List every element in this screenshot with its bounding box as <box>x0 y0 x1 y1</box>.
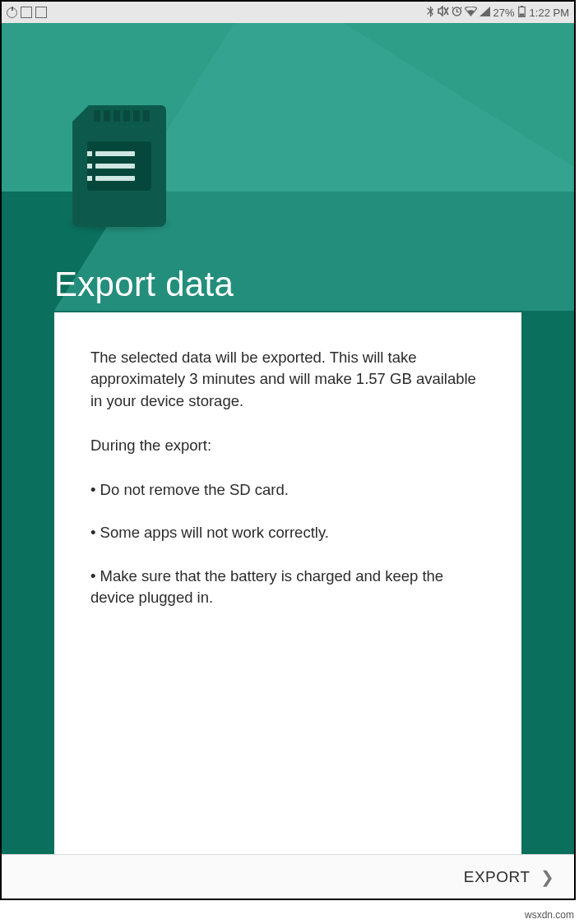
page-title: Export data <box>54 265 234 304</box>
bullet-2: • Some apps will not work correctly. <box>90 522 485 543</box>
status-bar: 27% 1:22 PM <box>2 2 574 23</box>
svg-rect-2 <box>521 6 523 7</box>
battery-icon <box>518 6 526 20</box>
wifi-icon <box>465 7 477 19</box>
intro-text: The selected data will be exported. This… <box>90 347 485 412</box>
sync-icon <box>7 7 17 18</box>
during-heading: During the export: <box>90 435 485 456</box>
watermark: wsxdn.com <box>525 909 574 921</box>
chevron-right-icon: ❯ <box>540 867 555 887</box>
clock: 1:22 PM <box>530 7 569 19</box>
bluetooth-icon <box>426 6 435 20</box>
nfc-icon <box>21 7 32 18</box>
alarm-icon <box>452 6 462 19</box>
export-button[interactable]: EXPORT ❯ <box>464 867 554 887</box>
svg-rect-3 <box>519 13 524 16</box>
screenshot-icon <box>35 7 47 18</box>
header-region: Export data <box>2 23 574 311</box>
export-label: EXPORT <box>464 868 530 886</box>
bottom-bar: EXPORT ❯ <box>2 854 574 899</box>
bullet-3: • Make sure that the battery is charged … <box>90 566 485 609</box>
bullet-1: • Do not remove the SD card. <box>90 479 485 501</box>
mute-icon <box>438 6 449 19</box>
signal-icon <box>479 7 490 19</box>
battery-percent: 27% <box>493 7 515 19</box>
sd-card-icon <box>72 105 166 227</box>
content-card: The selected data will be exported. This… <box>54 312 521 854</box>
